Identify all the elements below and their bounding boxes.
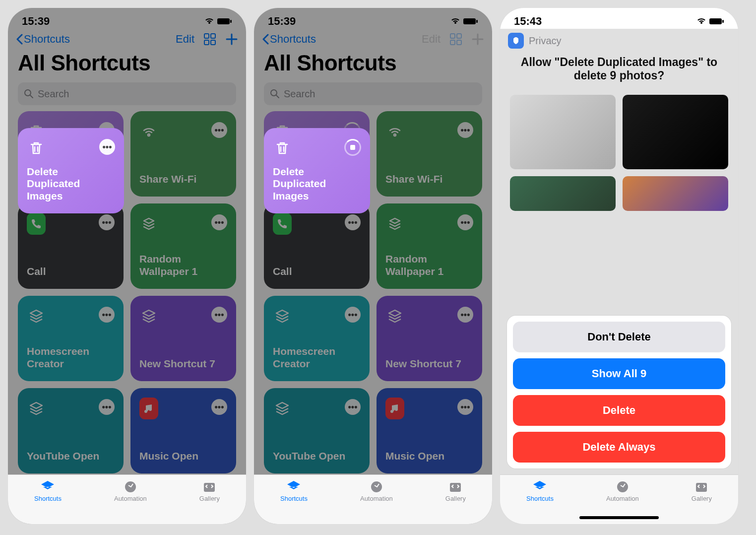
svg-rect-8 (204, 483, 215, 492)
show-all-button[interactable]: Show All 9 (513, 358, 725, 389)
photo-thumbnail[interactable] (510, 95, 616, 169)
photo-thumbnail[interactable] (623, 95, 728, 169)
status-bar: 15:39 (254, 8, 492, 30)
stack-icon (139, 214, 158, 233)
tab-shortcuts[interactable]: Shortcuts (34, 480, 62, 502)
nav-actions: Edit (176, 33, 238, 46)
tab-automation[interactable]: Automation (606, 480, 639, 502)
back-label: Shortcuts (24, 33, 70, 46)
more-icon[interactable]: ••• (211, 307, 227, 323)
gallery-tab-icon (448, 480, 463, 494)
plus-icon[interactable] (225, 33, 238, 46)
wifi-status-icon (696, 18, 706, 25)
shortcut-tile[interactable]: •••Music Open (130, 388, 236, 473)
tab-automation[interactable]: Automation (114, 480, 147, 502)
more-icon[interactable]: ••• (211, 122, 227, 138)
battery-icon (217, 18, 232, 25)
search-icon (270, 89, 280, 99)
more-icon[interactable]: ••• (211, 399, 227, 415)
wifi-status-icon (450, 18, 460, 25)
shortcut-label: YouTube Open (27, 450, 115, 463)
plus-icon (471, 33, 484, 46)
photo-thumbnail[interactable] (623, 176, 728, 211)
privacy-banner: Privacy (508, 33, 730, 49)
search-icon (24, 89, 34, 99)
privacy-icon (508, 33, 524, 49)
trash-icon (27, 139, 46, 158)
gallery-tab-icon (694, 480, 709, 494)
svg-rect-18 (709, 18, 722, 24)
shortcut-tile-highlighted[interactable]: ••• Delete Duplicated Images (18, 128, 124, 213)
back-button[interactable]: Shortcuts (16, 33, 70, 46)
more-icon[interactable]: ••• (99, 139, 115, 155)
dont-delete-button[interactable]: Don't Delete (513, 322, 725, 352)
tab-gallery[interactable]: Gallery (692, 480, 712, 502)
more-icon[interactable]: ••• (99, 399, 115, 415)
photo-thumbnail[interactable] (510, 176, 616, 211)
back-label: Shortcuts (270, 33, 316, 46)
shortcut-tile-running[interactable]: Delete Duplicated Images (264, 128, 370, 213)
shortcut-tile[interactable]: •••Homescreen Creator (18, 296, 124, 381)
svg-rect-3 (211, 34, 215, 38)
shortcut-label: Music Open (139, 450, 227, 463)
shortcut-tile[interactable]: •••New Shortcut 7 (130, 296, 236, 381)
tab-gallery[interactable]: Gallery (445, 480, 466, 502)
automation-tab-icon (123, 480, 138, 494)
svg-rect-1 (230, 20, 232, 23)
phone-icon (27, 214, 46, 233)
grid-view-icon[interactable] (203, 33, 216, 46)
stop-spinner-icon[interactable] (344, 139, 361, 156)
automation-tab-icon (369, 480, 384, 494)
photo-thumbnails (510, 95, 728, 211)
permission-prompt: Allow "Delete Duplicated Images" to dele… (512, 56, 726, 82)
shortcut-label: New Shortcut 7 (139, 358, 227, 370)
nav-bar: Shortcuts Edit (254, 30, 492, 49)
tab-shortcuts[interactable]: Shortcuts (526, 480, 554, 502)
svg-rect-4 (204, 40, 209, 45)
tab-bar: Shortcuts Automation Gallery (8, 474, 246, 524)
nav-actions: Edit (422, 33, 484, 46)
search-input[interactable]: Search (18, 82, 236, 105)
more-icon[interactable]: ••• (99, 307, 115, 323)
shortcut-tile[interactable]: •••Share Wi-Fi (130, 111, 236, 197)
shortcut-label: Homescreen Creator (27, 345, 115, 370)
tab-gallery[interactable]: Gallery (199, 480, 220, 502)
shortcut-label: Random Wallpaper 1 (139, 253, 227, 278)
svg-rect-13 (450, 40, 455, 45)
tab-shortcuts[interactable]: Shortcuts (280, 480, 308, 502)
more-icon[interactable]: ••• (99, 214, 115, 230)
music-icon (139, 399, 158, 418)
shortcut-tile[interactable]: •••Call (18, 203, 124, 289)
shortcuts-tab-icon (40, 480, 55, 494)
delete-button[interactable]: Delete (513, 395, 725, 426)
delete-always-button[interactable]: Delete Always (513, 432, 725, 463)
layers-icon (139, 307, 158, 326)
page-title: All Shortcuts (254, 49, 492, 79)
home-indicator[interactable] (579, 516, 659, 519)
battery-icon (463, 18, 478, 25)
phone-screen-3: 15:43 •••YouTube Open •••Music Open Priv… (500, 8, 738, 524)
shortcut-tile[interactable]: •••YouTube Open (18, 388, 124, 473)
shortcut-label: Share Wi-Fi (139, 173, 227, 186)
status-icons (204, 18, 232, 25)
shortcut-label: Delete Duplicated Images (273, 166, 361, 202)
back-button[interactable]: Shortcuts (262, 33, 316, 46)
edit-button[interactable]: Edit (176, 33, 194, 46)
status-icons (450, 18, 478, 25)
chevron-left-icon (16, 34, 23, 45)
shortcut-tile[interactable]: •••Random Wallpaper 1 (130, 203, 236, 289)
more-icon[interactable]: ••• (211, 214, 227, 230)
svg-rect-2 (204, 34, 209, 38)
tab-automation[interactable]: Automation (360, 480, 393, 502)
wifi-icon (139, 122, 158, 141)
search-input[interactable]: Search (264, 82, 482, 105)
layers-icon (27, 307, 46, 326)
svg-point-6 (25, 90, 31, 96)
svg-rect-14 (457, 40, 461, 45)
svg-rect-0 (217, 18, 230, 24)
shortcut-label: Call (27, 266, 115, 278)
svg-rect-9 (463, 18, 476, 24)
nav-bar: Shortcuts Edit (8, 30, 246, 49)
grid-view-icon[interactable] (449, 33, 462, 46)
gallery-tab-icon (202, 480, 217, 494)
